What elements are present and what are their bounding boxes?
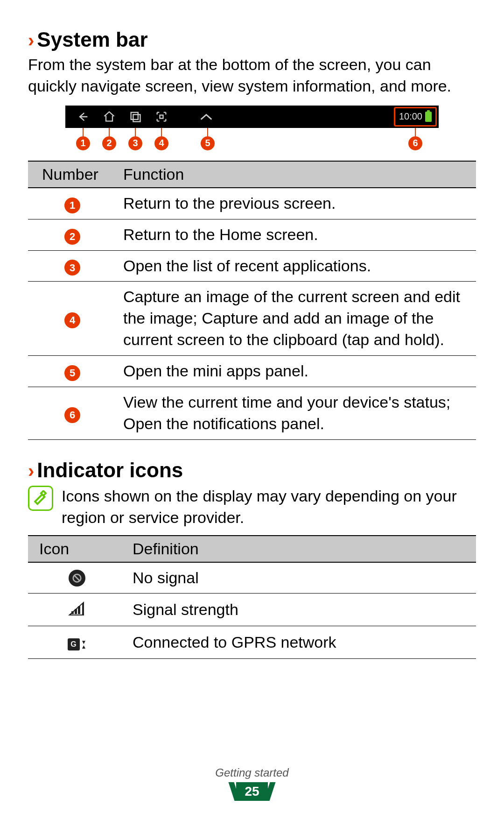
- page-footer: Getting started 25: [0, 766, 504, 801]
- func-text: Open the list of recent applications.: [117, 250, 476, 282]
- table-row: 3 Open the list of recent applications.: [28, 250, 476, 282]
- callout-3: 3: [128, 128, 142, 150]
- home-icon: [96, 106, 122, 128]
- svg-rect-2: [160, 115, 163, 118]
- num-badge: 1: [64, 198, 80, 213]
- def-text: Signal strength: [126, 594, 476, 626]
- col-icon: Icon: [28, 536, 126, 562]
- mini-apps-icon: [193, 106, 219, 128]
- no-signal-icon: [68, 569, 86, 587]
- system-bar-heading: › System bar: [28, 28, 476, 51]
- def-text: No signal: [126, 562, 476, 594]
- num-badge: 5: [64, 365, 80, 381]
- table-row: 5 Open the mini apps panel.: [28, 356, 476, 387]
- recent-apps-icon: [122, 106, 148, 128]
- func-text: Capture an image of the current screen a…: [117, 282, 476, 356]
- chevron-icon: ›: [28, 31, 34, 49]
- page-number: 25: [236, 782, 267, 801]
- callout-1: 1: [76, 128, 90, 150]
- back-icon: [70, 106, 96, 128]
- status-area: 10:00: [394, 107, 437, 127]
- table-row: 2 Return to the Home screen.: [28, 219, 476, 250]
- table-row: 6 View the current time and your device'…: [28, 387, 476, 440]
- chevron-icon: ›: [28, 461, 34, 480]
- callout-2: 2: [102, 128, 116, 150]
- table-row: 1 Return to the previous screen.: [28, 188, 476, 219]
- def-text: Connected to GPRS network: [126, 626, 476, 659]
- col-function: Function: [117, 161, 476, 188]
- table-row: 4 Capture an image of the current screen…: [28, 282, 476, 356]
- callout-6: 6: [408, 128, 422, 150]
- callout-5: 5: [201, 128, 215, 150]
- svg-rect-1: [133, 114, 140, 121]
- func-text: Return to the Home screen.: [117, 219, 476, 250]
- func-text: Open the mini apps panel.: [117, 356, 476, 387]
- section-title: Indicator icons: [37, 459, 183, 482]
- note-row: Icons shown on the display may vary depe…: [28, 486, 476, 529]
- svg-rect-0: [131, 112, 138, 119]
- gprs-label: G: [68, 638, 80, 650]
- system-bar-description: From the system bar at the bottom of the…: [28, 54, 476, 97]
- num-badge: 3: [64, 260, 80, 276]
- col-definition: Definition: [126, 536, 476, 562]
- section-title: System bar: [37, 28, 147, 51]
- indicator-icons-heading: › Indicator icons: [28, 459, 476, 482]
- table-row: No signal: [28, 562, 476, 594]
- system-bar-illustration: 10:00 1 2 3 4 5 6: [28, 106, 476, 156]
- screenshot-icon: [148, 106, 175, 128]
- col-number: Number: [28, 161, 117, 188]
- chapter-name: Getting started: [0, 766, 504, 779]
- battery-icon: [425, 112, 432, 122]
- num-badge: 6: [64, 407, 80, 423]
- num-badge: 2: [64, 229, 80, 245]
- indicator-table: Icon Definition No signal: [28, 535, 476, 659]
- table-row: Signal strength: [28, 594, 476, 626]
- func-text: Return to the previous screen.: [117, 188, 476, 219]
- note-icon: [28, 486, 53, 511]
- gprs-icon: G ▼▲: [68, 635, 86, 654]
- func-text: View the current time and your device's …: [117, 387, 476, 440]
- num-badge: 4: [64, 312, 80, 328]
- status-time: 10:00: [399, 111, 422, 122]
- callout-4: 4: [154, 128, 168, 150]
- note-text: Icons shown on the display may vary depe…: [62, 486, 476, 529]
- signal-strength-icon: [68, 598, 86, 617]
- table-row: G ▼▲ Connected to GPRS network: [28, 626, 476, 659]
- system-bar-table: Number Function 1 Return to the previous…: [28, 161, 476, 440]
